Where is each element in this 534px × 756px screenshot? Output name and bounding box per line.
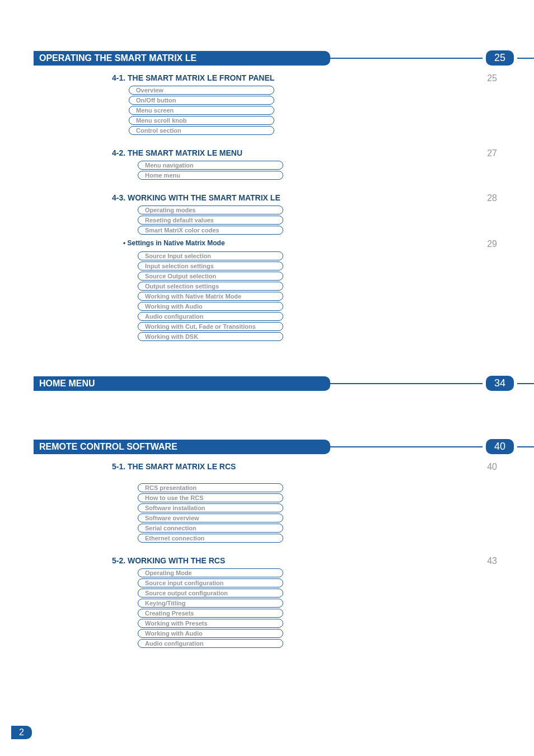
pill-list: Operating modes Reseting default values … — [138, 206, 283, 235]
pill-list: RCS presentation How to use the RCS Soft… — [138, 483, 283, 543]
chapter-line — [330, 58, 483, 59]
section-row: 4-3. WORKING WITH THE SMART MATRIX LE 28 — [112, 193, 500, 203]
chapter-title[interactable]: HOME MENU — [34, 376, 330, 391]
section-title[interactable]: 4-1. THE SMART MATRIX LE FRONT PANEL — [112, 73, 487, 82]
toc-item[interactable]: Keying/Titling — [138, 599, 283, 608]
chapter-line — [330, 446, 483, 447]
section-page: 29 — [487, 239, 500, 249]
chapter-line-tail — [517, 446, 534, 447]
section-row: 5-2. WORKING WITH THE RCS 43 — [112, 556, 500, 566]
section-title[interactable]: 4-3. WORKING WITH THE SMART MATRIX LE — [112, 193, 487, 202]
toc-item[interactable]: Audio configuration — [138, 639, 283, 648]
toc-item[interactable]: Working with Native Matrix Mode — [138, 292, 283, 301]
section-row: 5-1. THE SMART MATRIX LE RCS 40 — [112, 462, 500, 472]
toc-item[interactable]: Working with Presets — [138, 619, 283, 628]
section-page: 40 — [487, 462, 500, 472]
toc-item[interactable]: Menu scroll knob — [129, 116, 274, 125]
toc-item[interactable]: Working with Cut, Fade or Transitions — [138, 322, 283, 331]
chapter-line-tail — [517, 58, 534, 59]
page-number-footer: 2 — [11, 726, 32, 739]
chapter-title[interactable]: REMOTE CONTROL SOFTWARE — [34, 440, 330, 454]
toc-item[interactable]: Ethernet connection — [138, 534, 283, 543]
section-page: 27 — [487, 148, 500, 158]
toc-item[interactable]: Operating Mode — [138, 568, 283, 577]
chapter-row: HOME MENU 34 — [0, 376, 534, 391]
pill-list: Source Input selection Input selection s… — [138, 251, 283, 341]
toc-item[interactable]: Audio configuration — [138, 312, 283, 321]
toc-item[interactable]: Source output configuration — [138, 589, 283, 598]
toc-item[interactable]: Operating modes — [138, 206, 283, 214]
section-title[interactable]: 4-2. THE SMART MATRIX LE MENU — [112, 148, 487, 157]
section-page: 43 — [487, 556, 500, 566]
toc-page: OPERATING THE SMART MATRIX LE 25 4-1. TH… — [0, 0, 534, 756]
chapter-row: REMOTE CONTROL SOFTWARE 40 — [0, 439, 534, 454]
section-title[interactable]: 5-1. THE SMART MATRIX LE RCS — [112, 462, 487, 471]
toc-item[interactable]: Input selection settings — [138, 262, 283, 270]
chapter-line-tail — [517, 383, 534, 384]
toc-item[interactable]: Menu screen — [129, 106, 274, 115]
toc-item[interactable]: Overview — [129, 86, 274, 95]
toc-item[interactable]: Smart MatriX color codes — [138, 226, 283, 235]
section-row: 4-1. THE SMART MATRIX LE FRONT PANEL 25 — [112, 73, 500, 83]
chapter-title[interactable]: OPERATING THE SMART MATRIX LE — [34, 51, 330, 66]
toc-item[interactable]: Creating Presets — [138, 609, 283, 618]
toc-item[interactable]: Control section — [129, 126, 274, 135]
chapter-page-badge: 34 — [486, 376, 514, 391]
toc-item[interactable]: Working with DSK — [138, 332, 283, 341]
bullet-row: • Settings in Native Matrix Mode 29 — [123, 239, 500, 249]
toc-item[interactable]: Output selection settings — [138, 282, 283, 291]
toc-item[interactable]: Software installation — [138, 503, 283, 512]
section-title[interactable]: 5-2. WORKING WITH THE RCS — [112, 556, 487, 565]
chapter-page-badge: 40 — [486, 439, 514, 454]
toc-item[interactable]: Working with Audio — [138, 629, 283, 638]
toc-item[interactable]: RCS presentation — [138, 483, 283, 492]
toc-item[interactable]: Source Output selection — [138, 272, 283, 281]
toc-item[interactable]: Serial connection — [138, 524, 283, 533]
section-row: 4-2. THE SMART MATRIX LE MENU 27 — [112, 148, 500, 158]
pill-list: Operating Mode Source input configuratio… — [138, 568, 283, 648]
toc-item[interactable]: Home menu — [138, 171, 283, 180]
toc-item[interactable]: Software overview — [138, 514, 283, 522]
toc-item[interactable]: On/Off button — [129, 96, 274, 105]
chapter-page-badge: 25 — [486, 50, 514, 66]
section-page: 28 — [487, 193, 500, 203]
pill-list: Overview On/Off button Menu screen Menu … — [129, 86, 534, 135]
toc-item[interactable]: Source Input selection — [138, 251, 283, 260]
toc-item[interactable]: Source input configuration — [138, 578, 283, 587]
toc-item[interactable]: How to use the RCS — [138, 493, 283, 502]
bullet-title[interactable]: • Settings in Native Matrix Mode — [123, 239, 487, 247]
section-page: 25 — [487, 73, 500, 83]
toc-item[interactable]: Menu navigation — [138, 161, 283, 170]
toc-item[interactable]: Reseting default values — [138, 216, 283, 225]
pill-list: Menu navigation Home menu — [138, 161, 283, 180]
toc-item[interactable]: Working with Audio — [138, 302, 283, 311]
chapter-row: OPERATING THE SMART MATRIX LE 25 — [0, 50, 534, 66]
chapter-line — [330, 383, 483, 384]
